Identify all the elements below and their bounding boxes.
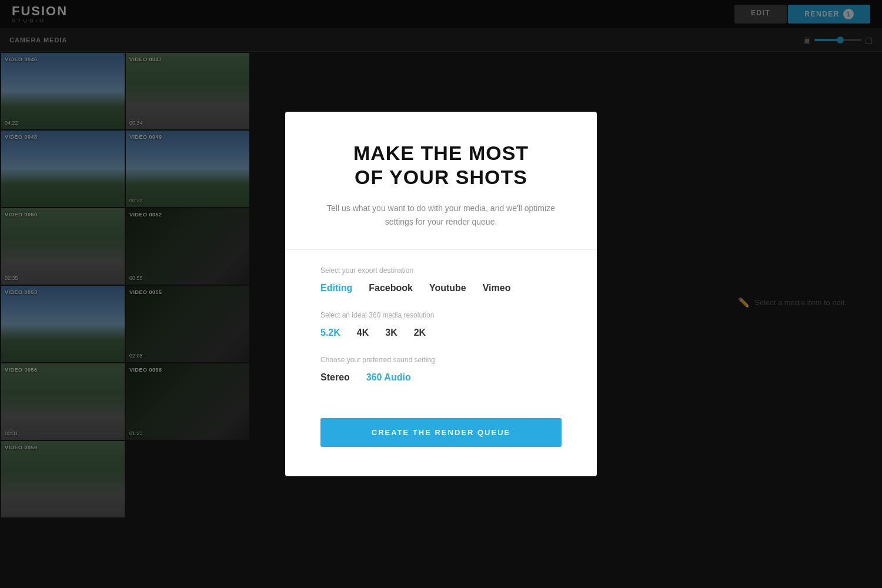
destination-section-label: Select your export destination [320,266,562,275]
destination-option-editing[interactable]: Editing [320,283,352,295]
resolution-option-4k[interactable]: 4K [357,328,369,339]
destination-option-vimeo[interactable]: Vimeo [483,283,511,295]
modal-title: MAKE THE MOST OF YOUR SHOTS [320,141,562,189]
resolution-options: 5.2K4K3K2K [320,328,562,339]
modal-dialog: MAKE THE MOST OF YOUR SHOTS Tell us what… [285,112,597,476]
destination-option-facebook[interactable]: Facebook [369,283,413,295]
modal-overlay[interactable]: MAKE THE MOST OF YOUR SHOTS Tell us what… [0,0,882,588]
sound-options: Stereo360 Audio [320,372,562,384]
create-render-queue-button[interactable]: CREATE THE RENDER QUEUE [320,418,562,447]
resolution-option-5.2k[interactable]: 5.2K [320,328,340,339]
resolution-option-2k[interactable]: 2K [414,328,426,339]
sound-section-label: Choose your preferred sound setting [320,356,562,364]
destination-option-youtube[interactable]: Youtube [429,283,466,295]
destination-options: EditingFacebookYoutubeVimeo [320,283,562,295]
resolution-section-label: Select an ideal 360 media resolution [320,311,562,319]
resolution-option-3k[interactable]: 3K [385,328,397,339]
sound-option-stereo[interactable]: Stereo [320,372,350,384]
sound-option-360-audio[interactable]: 360 Audio [366,372,411,384]
modal-subtitle: Tell us what you want to do with your me… [320,202,562,228]
divider-1 [285,249,597,250]
